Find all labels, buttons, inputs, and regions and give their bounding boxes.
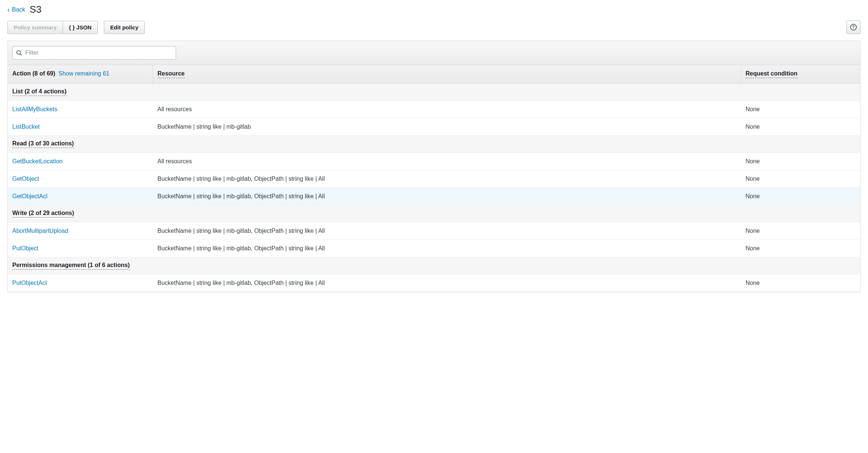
table-row: PutObjectAclBucketName | string like | m… xyxy=(8,274,860,292)
action-link[interactable]: GetBucketLocation xyxy=(12,158,63,164)
condition-column-header[interactable]: Request condition xyxy=(741,65,860,83)
condition-text: None xyxy=(746,228,760,234)
action-cell: PutObject xyxy=(8,240,153,257)
resource-cell: BucketName | string like | mb-gitlab, Ob… xyxy=(153,222,741,240)
resource-cell: BucketName | string like | mb-gitlab xyxy=(153,118,741,135)
question-mark-icon: ? xyxy=(850,24,857,30)
condition-cell: None xyxy=(741,240,860,257)
condition-text: None xyxy=(746,280,760,286)
resource-cell: All resources xyxy=(153,153,741,170)
toolbar-left: Policy summary { } JSON Edit policy xyxy=(7,21,145,34)
header: ‹ Back S3 xyxy=(7,4,861,15)
resource-header-label: Resource xyxy=(157,70,185,78)
action-cell: ListBucket xyxy=(8,118,153,135)
action-cell: GetObject xyxy=(8,170,153,187)
resource-cell: BucketName | string like | mb-gitlab, Ob… xyxy=(153,188,741,205)
table-row: ListBucketBucketName | string like | mb-… xyxy=(8,118,860,136)
svg-line-1 xyxy=(20,54,22,55)
group-title: List (2 of 4 actions) xyxy=(12,88,67,96)
condition-cell: None xyxy=(741,118,860,135)
resource-column-header[interactable]: Resource xyxy=(153,65,741,83)
resource-text: BucketName | string like | mb-gitlab, Ob… xyxy=(157,176,325,182)
condition-text: None xyxy=(746,123,760,130)
action-link[interactable]: ListBucket xyxy=(12,123,40,130)
resource-cell: BucketName | string like | mb-gitlab, Ob… xyxy=(153,240,741,257)
resource-text: BucketName | string like | mb-gitlab xyxy=(157,123,251,130)
action-cell: ListAllMyBuckets xyxy=(8,101,153,118)
group-header: Read (3 of 30 actions) xyxy=(8,136,860,153)
condition-cell: None xyxy=(741,274,860,292)
filter-input[interactable] xyxy=(12,46,176,60)
resource-text: BucketName | string like | mb-gitlab, Ob… xyxy=(157,245,325,251)
condition-text: None xyxy=(746,245,760,251)
resource-cell: BucketName | string like | mb-gitlab, Ob… xyxy=(153,274,741,292)
resource-cell: All resources xyxy=(153,101,741,118)
back-label: Back xyxy=(12,6,25,13)
condition-header-label: Request condition xyxy=(746,70,798,78)
table-body: List (2 of 4 actions)ListAllMyBucketsAll… xyxy=(8,84,860,292)
policy-table: Action (8 of 69) Show remaining 61 Resou… xyxy=(7,41,861,292)
table-row: AbortMultipartUploadBucketName | string … xyxy=(8,222,860,240)
condition-cell: None xyxy=(741,170,860,187)
json-button[interactable]: { } JSON xyxy=(63,21,98,34)
action-link[interactable]: ListAllMyBuckets xyxy=(12,106,57,112)
column-headers: Action (8 of 69) Show remaining 61 Resou… xyxy=(8,65,860,84)
action-link[interactable]: PutObject xyxy=(12,245,38,251)
action-cell: GetObjectAcl xyxy=(8,188,153,205)
resource-text: BucketName | string like | mb-gitlab, Ob… xyxy=(157,280,325,286)
group-header: Write (2 of 29 actions) xyxy=(8,205,860,222)
help-button[interactable]: ? xyxy=(846,20,861,34)
action-cell: GetBucketLocation xyxy=(8,153,153,170)
view-toggle-group: Policy summary { } JSON xyxy=(7,21,98,34)
table-row: GetObjectBucketName | string like | mb-g… xyxy=(8,170,860,188)
condition-text: None xyxy=(746,158,760,164)
table-row: PutObjectBucketName | string like | mb-g… xyxy=(8,240,860,257)
filter-bar xyxy=(8,41,860,65)
condition-cell: None xyxy=(741,188,860,205)
table-row: GetBucketLocationAll resourcesNone xyxy=(8,153,860,170)
resource-text: BucketName | string like | mb-gitlab, Ob… xyxy=(157,228,325,234)
action-link[interactable]: AbortMultipartUpload xyxy=(12,228,68,234)
group-title: Permissions management (1 of 6 actions) xyxy=(12,262,130,270)
condition-text: None xyxy=(746,106,760,112)
policy-summary-button[interactable]: Policy summary xyxy=(7,21,63,34)
condition-text: None xyxy=(746,193,760,199)
condition-text: None xyxy=(746,176,760,182)
show-remaining-link[interactable]: Show remaining 61 xyxy=(58,70,109,77)
resource-text: All resources xyxy=(157,158,192,164)
action-link[interactable]: GetObject xyxy=(12,176,39,182)
back-link[interactable]: ‹ Back xyxy=(7,6,25,13)
action-link[interactable]: PutObjectAcl xyxy=(12,280,47,286)
filter-input-wrap xyxy=(12,46,176,60)
action-link[interactable]: GetObjectAcl xyxy=(12,193,47,199)
action-header-label: Action (8 of 69) xyxy=(12,70,55,77)
edit-policy-button[interactable]: Edit policy xyxy=(104,21,145,34)
group-header: List (2 of 4 actions) xyxy=(8,84,860,101)
search-icon xyxy=(16,50,22,56)
action-column-header: Action (8 of 69) Show remaining 61 xyxy=(8,65,153,83)
table-row: GetObjectAclBucketName | string like | m… xyxy=(8,188,860,205)
toolbar: Policy summary { } JSON Edit policy ? xyxy=(7,20,861,34)
table-row: ListAllMyBucketsAll resourcesNone xyxy=(8,101,860,118)
resource-text: All resources xyxy=(157,106,192,112)
action-cell: AbortMultipartUpload xyxy=(8,222,153,240)
resource-cell: BucketName | string like | mb-gitlab, Ob… xyxy=(153,170,741,187)
svg-point-0 xyxy=(17,51,20,54)
condition-cell: None xyxy=(741,101,860,118)
group-title: Write (2 of 29 actions) xyxy=(12,210,74,218)
condition-cell: None xyxy=(741,153,860,170)
page-title: S3 xyxy=(30,4,42,15)
group-title: Read (3 of 30 actions) xyxy=(12,140,74,148)
group-header: Permissions management (1 of 6 actions) xyxy=(8,257,860,274)
condition-cell: None xyxy=(741,222,860,240)
resource-text: BucketName | string like | mb-gitlab, Ob… xyxy=(157,193,325,199)
chevron-left-icon: ‹ xyxy=(7,6,10,13)
action-cell: PutObjectAcl xyxy=(8,274,153,292)
